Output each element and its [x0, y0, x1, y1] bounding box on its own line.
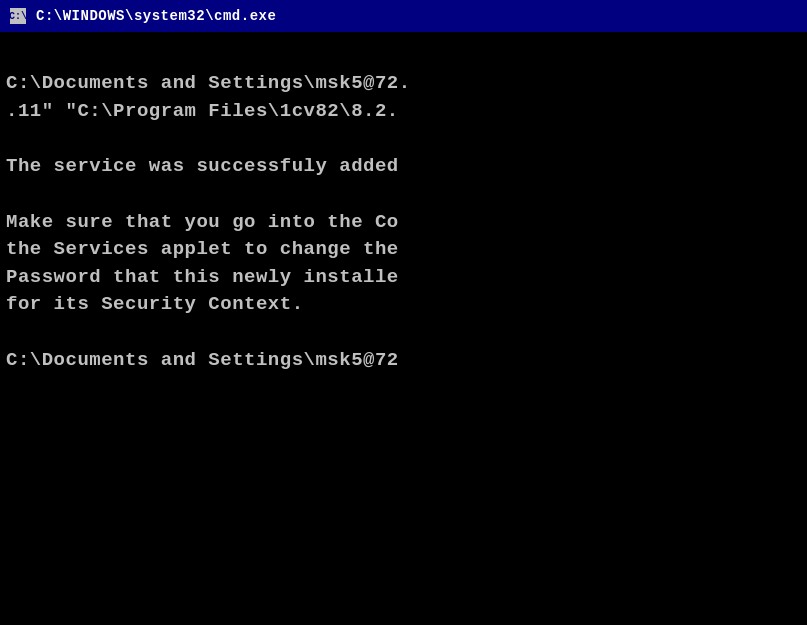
- terminal-line-prompt: C:\Documents and Settings\msk5@72: [6, 347, 801, 375]
- window-icon: C:\: [8, 6, 28, 26]
- terminal-line: [6, 42, 801, 70]
- cmd-icon: C:\: [10, 8, 26, 24]
- terminal-body: C:\Documents and Settings\msk5@72. .11" …: [0, 32, 807, 625]
- terminal-line: .11" "C:\Program Files\1cv82\8.2.: [6, 98, 801, 126]
- terminal-line: [6, 181, 801, 209]
- terminal-line: C:\Documents and Settings\msk5@72.: [6, 70, 801, 98]
- terminal-line: for its Security Context.: [6, 291, 801, 319]
- title-bar[interactable]: C:\ C:\WINDOWS\system32\cmd.exe: [0, 0, 807, 32]
- terminal-line: Password that this newly installe: [6, 264, 801, 292]
- terminal-line: Make sure that you go into the Co: [6, 209, 801, 237]
- terminal-line: [6, 319, 801, 347]
- terminal-line: [6, 125, 801, 153]
- window: C:\ C:\WINDOWS\system32\cmd.exe C:\Docum…: [0, 0, 807, 625]
- terminal-line-success: The service was successfuly added: [6, 153, 801, 181]
- window-title: C:\WINDOWS\system32\cmd.exe: [36, 8, 276, 24]
- terminal-line: the Services applet to change the: [6, 236, 801, 264]
